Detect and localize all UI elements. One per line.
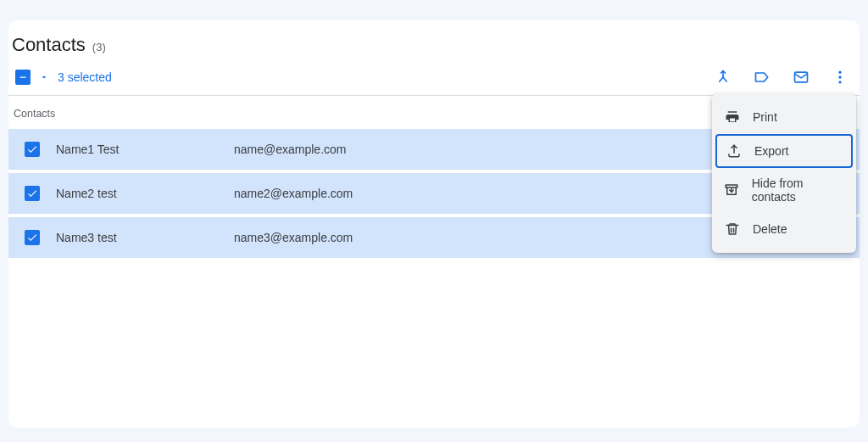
menu-item-delete[interactable]: Delete: [712, 212, 856, 246]
title-row: Contacts (3): [8, 34, 860, 68]
svg-point-2: [838, 71, 841, 74]
trash-icon: [724, 221, 741, 238]
menu-item-export[interactable]: Export: [715, 134, 853, 168]
menu-item-label: Export: [754, 144, 788, 158]
menu-item-hide[interactable]: Hide from contacts: [712, 168, 856, 212]
merge-icon[interactable]: [714, 68, 732, 87]
menu-item-print[interactable]: Print: [712, 100, 856, 134]
menu-item-label: Delete: [753, 222, 787, 236]
contact-count: (3): [92, 41, 106, 53]
row-checkbox[interactable]: [25, 230, 40, 245]
selection-toolbar: 3 selected: [8, 68, 860, 96]
svg-rect-0: [20, 77, 26, 78]
contact-name: Name3 test: [56, 231, 234, 244]
contact-name: Name2 test: [56, 187, 234, 200]
archive-icon: [724, 182, 740, 199]
print-icon: [724, 109, 741, 126]
toolbar-right: [714, 68, 849, 87]
contacts-panel: Contacts (3) 3 selected: [8, 20, 860, 428]
menu-item-label: Print: [753, 110, 777, 124]
page-title: Contacts: [12, 34, 86, 56]
selection-dropdown-caret[interactable]: [39, 72, 49, 82]
more-actions-icon[interactable]: [831, 68, 849, 87]
contact-name: Name1 Test: [56, 143, 234, 156]
selected-count-label: 3 selected: [58, 70, 112, 84]
label-icon[interactable]: [753, 68, 771, 87]
toolbar-left: 3 selected: [15, 70, 112, 85]
select-all-checkbox[interactable]: [15, 70, 31, 85]
menu-item-label: Hide from contacts: [752, 176, 844, 204]
export-icon: [726, 143, 743, 159]
svg-point-3: [838, 76, 841, 78]
svg-point-4: [838, 81, 841, 83]
row-checkbox[interactable]: [25, 142, 40, 157]
row-checkbox[interactable]: [25, 186, 40, 201]
more-actions-menu: Print Export Hide from contacts Delete: [712, 93, 856, 253]
email-icon[interactable]: [792, 68, 810, 87]
